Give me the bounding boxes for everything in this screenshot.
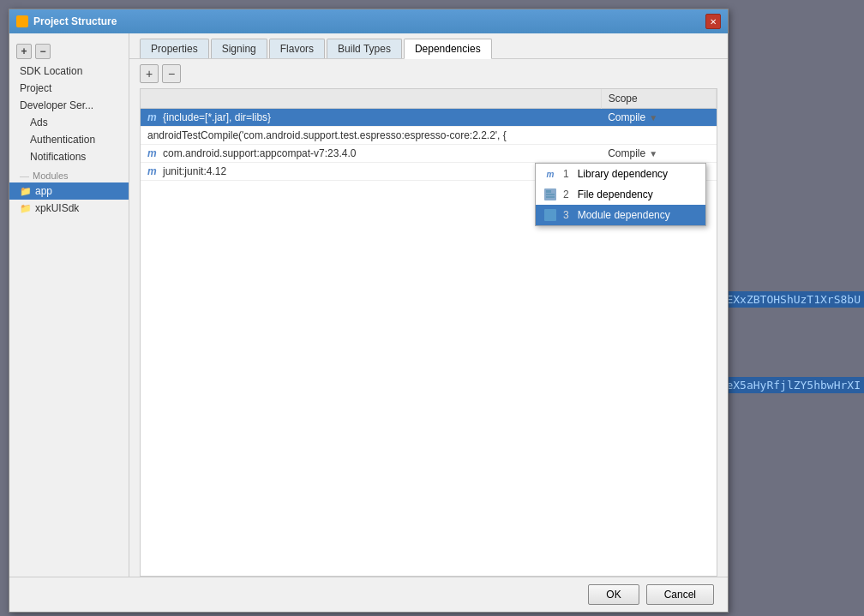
dep-text-1: androidTestCompile('com.android.support.…	[147, 129, 507, 141]
sidebar-remove-button[interactable]: −	[35, 44, 51, 59]
table-row[interactable]: androidTestCompile('com.android.support.…	[141, 127, 717, 145]
sidebar-item-authentication-label: Authentication	[30, 134, 95, 146]
library-dep-icon: m	[544, 168, 556, 180]
col-header-scope: Scope	[601, 89, 716, 109]
svg-rect-2	[546, 196, 555, 198]
dialog-titlebar: Project Structure ✕	[9, 9, 728, 33]
dropdown-item-file[interactable]: 2 File dependency	[536, 184, 705, 205]
sidebar-item-project[interactable]: Project	[9, 80, 129, 97]
bg-code-text-1: CEXxZBTOHShUzT1XrS8bU	[717, 291, 864, 308]
col-header-dependency	[141, 89, 601, 109]
sidebar-item-authentication[interactable]: Authentication	[9, 131, 129, 148]
dialog-body: + − SDK Location Project Developer Ser..…	[9, 33, 728, 577]
scope-cell-2: Compile ▼	[601, 145, 716, 163]
add-dependency-button[interactable]: +	[140, 64, 159, 83]
scope-dropdown-2[interactable]: Compile ▼	[608, 147, 709, 159]
sidebar-item-developer-services[interactable]: Developer Ser...	[9, 97, 129, 114]
sidebar-item-ads-label: Ads	[30, 117, 48, 129]
tab-properties[interactable]: Properties	[140, 39, 209, 58]
dep-text-3: junit:junit:4.12	[163, 165, 226, 177]
tabs-bar: Properties Signing Flavors Build Types D…	[129, 33, 728, 59]
scope-cell-1	[601, 127, 716, 145]
dropdown-item-library[interactable]: m 1 Library dependency	[536, 164, 705, 184]
dropdown-item-module-label: Module dependency	[578, 209, 670, 221]
m-badge-2: m	[147, 147, 157, 159]
tab-signing[interactable]: Signing	[211, 39, 267, 58]
file-dep-icon	[544, 188, 556, 200]
sidebar-item-sdk-location-label: SDK Location	[20, 65, 82, 77]
ok-button[interactable]: OK	[588, 584, 639, 605]
dropdown-item-module[interactable]: 3 Module dependency	[536, 205, 705, 225]
tab-dependencies[interactable]: Dependencies	[404, 39, 492, 59]
table-header-row: Scope	[141, 89, 717, 109]
sidebar-item-ads[interactable]: Ads	[9, 114, 129, 131]
remove-dependency-button[interactable]: −	[162, 64, 181, 83]
sidebar-item-developer-services-label: Developer Ser...	[20, 99, 93, 111]
svg-rect-1	[546, 194, 555, 195]
sidebar: + − SDK Location Project Developer Ser..…	[9, 33, 129, 577]
tab-flavors[interactable]: Flavors	[269, 39, 325, 58]
scope-dropdown-0[interactable]: Compile ▼	[608, 111, 709, 123]
dialog-title-text: Project Structure	[33, 15, 117, 27]
dialog-footer: OK Cancel	[9, 577, 728, 612]
dep-cell-3: m junit:junit:4.12	[141, 163, 601, 181]
app-folder-icon: 📁	[20, 186, 32, 197]
m-badge-0: m	[147, 111, 157, 123]
sidebar-item-sdk-location[interactable]: SDK Location	[9, 63, 129, 80]
sidebar-add-button[interactable]: +	[16, 44, 32, 59]
table-row[interactable]: m com.android.support:appcompat-v7:23.4.…	[141, 145, 717, 163]
sidebar-item-project-label: Project	[20, 82, 51, 94]
dep-text-2: com.android.support:appcompat-v7:23.4.0	[163, 147, 356, 159]
dep-num-1: 1	[563, 168, 569, 180]
svg-rect-0	[546, 190, 551, 193]
dependency-toolbar: + −	[129, 59, 728, 88]
module-dep-icon	[544, 209, 556, 221]
table-row[interactable]: m {include=[*.jar], dir=libs} Compile ▼	[141, 109, 717, 127]
tab-build-types[interactable]: Build Types	[327, 39, 402, 58]
sidebar-item-notifications-label: Notifications	[30, 151, 86, 163]
bg-code-text-2: XeX5aHyRfjlZY5hbwHrXI	[717, 377, 864, 393]
sidebar-item-app[interactable]: 📁 app	[9, 182, 129, 200]
m-badge-3: m	[147, 165, 157, 177]
dialog-title-icon	[16, 15, 28, 27]
sidebar-toolbar: + −	[9, 40, 129, 63]
main-content: Properties Signing Flavors Build Types D…	[129, 33, 728, 577]
dialog-close-button[interactable]: ✕	[705, 14, 721, 29]
cancel-button[interactable]: Cancel	[646, 584, 714, 605]
sidebar-modules-section: Modules	[9, 165, 129, 182]
dep-cell-1: androidTestCompile('com.android.support.…	[141, 127, 601, 145]
dialog-title-area: Project Structure	[16, 15, 117, 27]
dropdown-item-library-label: Library dependency	[578, 168, 668, 180]
scope-arrow-0: ▼	[649, 113, 657, 123]
scope-cell-0: Compile ▼	[601, 109, 716, 127]
scope-arrow-2: ▼	[649, 149, 657, 158]
project-structure-dialog: Project Structure ✕ + − SDK Location Pro…	[9, 9, 729, 613]
sidebar-item-notifications[interactable]: Notifications	[9, 148, 129, 165]
sidebar-item-app-label: app	[35, 185, 52, 197]
sidebar-item-xpkuisdk[interactable]: 📁 xpkUISdk	[9, 200, 129, 217]
dep-num-2: 2	[563, 188, 569, 200]
sidebar-item-xpkuisdk-label: xpkUISdk	[35, 202, 79, 214]
dep-cell-0: m {include=[*.jar], dir=libs}	[141, 109, 601, 127]
add-dependency-dropdown: m 1 Library dependency 2	[535, 163, 706, 226]
dep-text-0: {include=[*.jar], dir=libs}	[163, 111, 271, 123]
xpkuisdk-folder-icon: 📁	[20, 203, 32, 214]
dropdown-item-file-label: File dependency	[578, 188, 653, 200]
dependencies-table-container: Scope m {include=[*.jar], dir=libs} Comp	[140, 88, 717, 577]
dep-num-3: 3	[563, 209, 569, 221]
dep-cell-2: m com.android.support:appcompat-v7:23.4.…	[141, 145, 601, 163]
